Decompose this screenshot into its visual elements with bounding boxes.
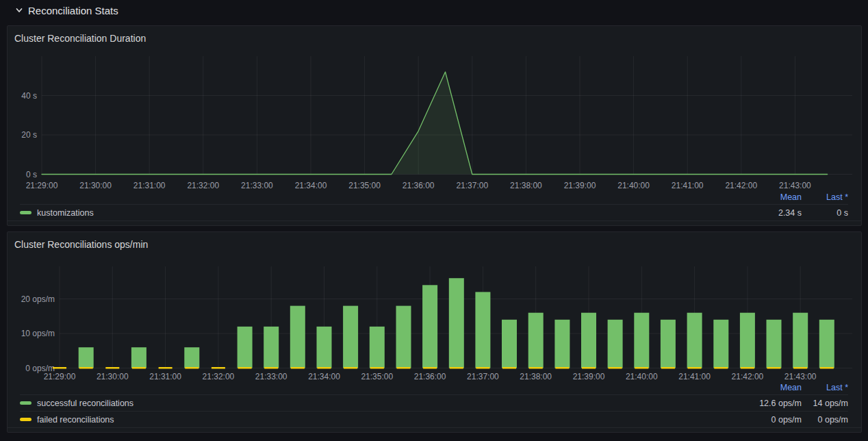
svg-text:20 ops/m: 20 ops/m <box>21 294 55 304</box>
legend-series-label: failed reconciliations <box>37 415 719 425</box>
legend-series-label: kustomizations <box>37 208 719 218</box>
legend-mean-value: 0 ops/m <box>719 415 802 425</box>
svg-text:21:33:00: 21:33:00 <box>241 181 273 190</box>
legend-sort-mean-button[interactable]: Mean <box>719 192 802 202</box>
svg-text:21:32:00: 21:32:00 <box>187 181 219 190</box>
legend-sort-mean-button[interactable]: Mean <box>719 383 802 392</box>
legend-item-successful-reconciliations[interactable]: successful reconciliations 12.6 ops/m 14… <box>20 394 848 411</box>
duration-legend: Mean Last * kustomizations 2.34 s 0 s <box>8 190 861 221</box>
legend-sort-last-button[interactable]: Last * <box>802 383 848 392</box>
panel-cluster-reconciliation-duration: Cluster Reconciliation Duration 0 s20 s4… <box>7 25 862 226</box>
chevron-down-icon <box>15 6 23 14</box>
series-color-dash <box>20 418 31 421</box>
svg-text:20 s: 20 s <box>21 130 37 140</box>
legend-item-kustomizations[interactable]: kustomizations 2.34 s 0 s <box>20 204 848 220</box>
legend-mean-value: 2.34 s <box>719 208 802 218</box>
row-title: Reconciliation Stats <box>28 5 118 16</box>
svg-text:21:37:00: 21:37:00 <box>456 181 488 190</box>
legend-item-failed-reconciliations[interactable]: failed reconciliations 0 ops/m 0 ops/m <box>20 411 848 427</box>
svg-text:21:30:00: 21:30:00 <box>79 181 112 190</box>
legend-mean-value: 12.6 ops/m <box>719 399 802 408</box>
legend-header: Mean Last * <box>20 190 848 204</box>
svg-text:21:41:00: 21:41:00 <box>672 181 704 190</box>
svg-text:21:36:00: 21:36:00 <box>403 181 435 190</box>
legend-series-label: successful reconciliations <box>37 399 719 408</box>
svg-text:0 s: 0 s <box>26 170 37 179</box>
legend-sort-last-button[interactable]: Last * <box>802 192 848 202</box>
legend-last-value: 0 ops/m <box>802 415 848 425</box>
panel-title[interactable]: Cluster Reconciliation Duration <box>8 26 146 44</box>
svg-text:21:34:00: 21:34:00 <box>295 181 327 190</box>
svg-text:10 ops/m: 10 ops/m <box>21 329 55 338</box>
legend-last-value: 0 s <box>802 208 848 218</box>
svg-text:21:42:00: 21:42:00 <box>725 181 757 190</box>
svg-text:21:31:00: 21:31:00 <box>133 181 166 190</box>
svg-text:21:38:00: 21:38:00 <box>510 181 542 190</box>
svg-text:40 s: 40 s <box>21 91 37 101</box>
svg-text:21:39:00: 21:39:00 <box>564 181 596 190</box>
svg-text:21:35:00: 21:35:00 <box>348 181 381 190</box>
series-color-dash <box>20 401 31 405</box>
ops-legend: Mean Last * successful reconciliations 1… <box>8 380 861 428</box>
dashboard-row-toggle[interactable]: Reconciliation Stats <box>15 2 118 18</box>
panel-cluster-reconciliations-ops-min: Cluster Reconciliations ops/min 0 ops/m1… <box>7 231 862 433</box>
svg-text:21:40:00: 21:40:00 <box>617 181 650 190</box>
duration-chart-canvas[interactable]: 0 s20 s40 s21:29:0021:30:0021:31:0021:32… <box>8 51 861 194</box>
svg-text:21:29:00: 21:29:00 <box>26 181 58 190</box>
ops-chart-canvas[interactable]: 0 ops/m10 ops/m20 ops/m21:29:0021:30:002… <box>8 257 861 383</box>
legend-header: Mean Last * <box>20 380 848 394</box>
svg-text:21:43:00: 21:43:00 <box>779 181 811 190</box>
legend-last-value: 14 ops/m <box>802 399 848 408</box>
panel-title[interactable]: Cluster Reconciliations ops/min <box>8 232 148 250</box>
series-color-dash <box>20 211 31 214</box>
